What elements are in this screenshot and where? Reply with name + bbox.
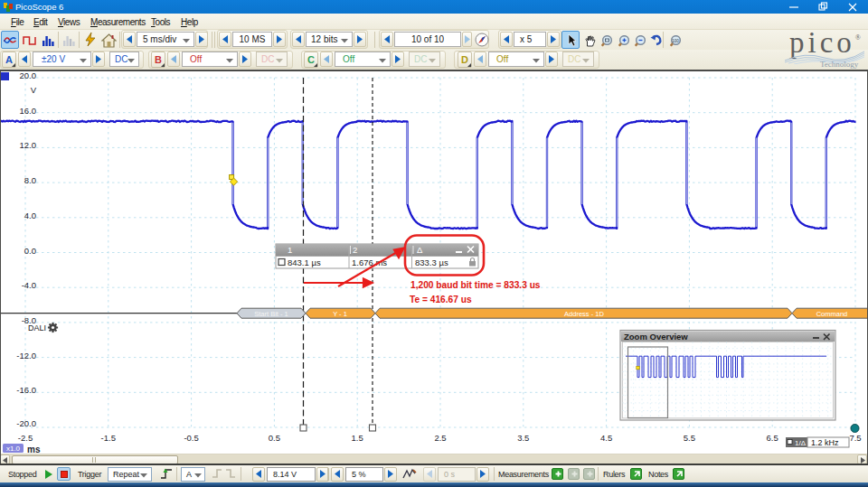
svg-text:V: V xyxy=(31,85,37,95)
svg-text:8.0: 8.0 xyxy=(24,175,36,185)
svg-text:ms: ms xyxy=(27,445,41,454)
svg-text:x1.0: x1.0 xyxy=(6,445,21,453)
svg-text:16.0: 16.0 xyxy=(20,106,37,116)
svg-text:Command: Command xyxy=(816,310,848,318)
svg-text:0.0: 0.0 xyxy=(24,246,36,256)
svg-text:Y - 1: Y - 1 xyxy=(333,310,347,318)
svg-text:Start Bit - 1: Start Bit - 1 xyxy=(254,310,288,318)
svg-text:-12.0: -12.0 xyxy=(16,351,36,361)
svg-text:20.0: 20.0 xyxy=(20,71,37,80)
svg-text:1,200 baud bit time = 833.3 us: 1,200 baud bit time = 833.3 us xyxy=(410,280,541,290)
svg-text:2.5: 2.5 xyxy=(434,433,446,443)
svg-text:-0.5: -0.5 xyxy=(184,433,198,443)
svg-text:7.5: 7.5 xyxy=(849,433,861,443)
svg-text:4.0: 4.0 xyxy=(24,211,36,220)
svg-text:0.5: 0.5 xyxy=(269,433,280,443)
svg-text:843.1 µs: 843.1 µs xyxy=(288,258,321,267)
svg-text:3.5: 3.5 xyxy=(517,433,529,443)
svg-text:1.5: 1.5 xyxy=(352,433,363,443)
svg-text:12.0: 12.0 xyxy=(20,140,37,150)
svg-text:2: 2 xyxy=(353,245,357,255)
svg-text:1/Δ: 1/Δ xyxy=(795,439,807,447)
svg-text:833.3 µs: 833.3 µs xyxy=(415,258,448,267)
svg-text:Δ: Δ xyxy=(417,245,423,255)
svg-text:100: 100 xyxy=(672,39,679,43)
svg-text:1.676 ms: 1.676 ms xyxy=(352,258,387,267)
svg-text:Address - 1D: Address - 1D xyxy=(564,310,604,318)
svg-text:5.5: 5.5 xyxy=(684,433,695,443)
svg-text:-2.5: -2.5 xyxy=(18,433,33,443)
svg-text:1: 1 xyxy=(288,245,292,255)
svg-text:4.5: 4.5 xyxy=(600,433,612,443)
svg-text:6.5: 6.5 xyxy=(767,433,778,443)
svg-text:-1.5: -1.5 xyxy=(101,433,116,443)
svg-text:-4.0: -4.0 xyxy=(22,280,36,290)
svg-text:-20.0: -20.0 xyxy=(16,418,36,428)
svg-text:1.2 kHz: 1.2 kHz xyxy=(811,438,839,447)
svg-text:-16.0: -16.0 xyxy=(16,385,36,395)
svg-text:Zoom Overview: Zoom Overview xyxy=(624,332,688,342)
svg-text:Te = 416.67 us: Te = 416.67 us xyxy=(410,295,472,304)
svg-text:DALI: DALI xyxy=(28,323,46,332)
